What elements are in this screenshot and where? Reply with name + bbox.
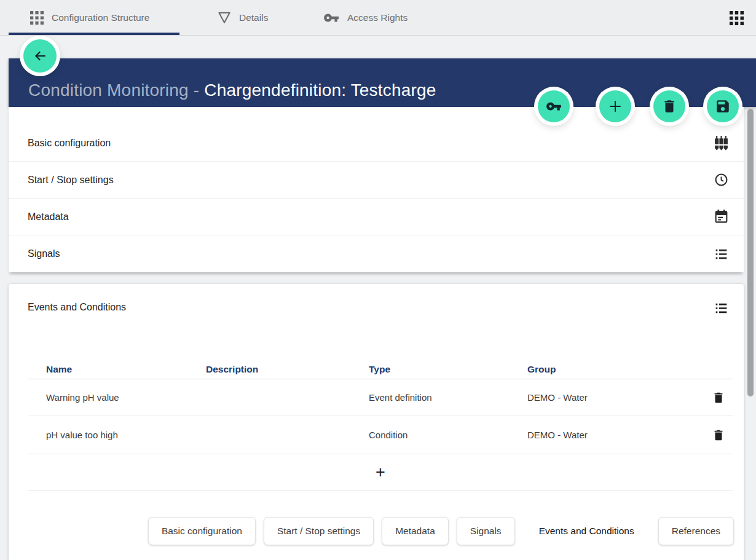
section-label: Basic configuration	[28, 138, 111, 149]
footer-button-signals[interactable]: Signals	[457, 517, 515, 545]
tab-access-rights[interactable]: Access Rights	[323, 0, 408, 35]
tab-label: Details	[239, 12, 268, 23]
vertical-scrollbar[interactable]	[747, 109, 754, 396]
table-row[interactable]: pH value too high Condition DEMO - Water	[28, 416, 733, 454]
cell-type: Event definition	[369, 392, 527, 403]
footer-button-events-and-conditions[interactable]: Events and Conditions	[523, 517, 650, 545]
save-button[interactable]	[707, 90, 739, 122]
page-title-object: Chargendefinition: Testcharge	[204, 81, 436, 100]
events-table: Name Description Type Group Warning pH v…	[28, 360, 733, 491]
grid-icon	[30, 11, 44, 25]
section-label: Signals	[28, 248, 60, 259]
footer-button-start-stop-settings[interactable]: Start / Stop settings	[264, 517, 374, 545]
section-basic-configuration[interactable]: Basic configuration	[9, 125, 744, 162]
add-row-button[interactable]: +	[28, 454, 733, 491]
section-metadata[interactable]: Metadata	[9, 199, 744, 235]
key-icon	[323, 10, 339, 26]
back-button[interactable]	[23, 39, 57, 73]
configuration-sections-card: Basic configuration Start / Stop setting…	[9, 107, 744, 272]
page-header: Condition Monitoring - Chargendefinition…	[9, 58, 756, 107]
section-nav-footer: Basic configuration Start / Stop setting…	[148, 517, 734, 545]
tab-configuration-structure[interactable]: Configuration Structure	[30, 0, 149, 35]
access-rights-button[interactable]	[538, 90, 570, 122]
row-delete-button[interactable]	[709, 388, 728, 407]
active-tab-underline	[9, 33, 179, 35]
events-table-header: Name Description Type Group	[28, 360, 733, 379]
section-signals[interactable]: Signals	[9, 235, 744, 272]
footer-button-metadata[interactable]: Metadata	[382, 517, 449, 545]
column-header-name: Name	[46, 364, 206, 375]
cell-type: Condition	[369, 430, 527, 440]
calendar-icon	[714, 210, 729, 224]
row-delete-button[interactable]	[709, 426, 728, 444]
column-header-description: Description	[206, 364, 369, 375]
cell-name: Warning pH value	[46, 392, 206, 403]
events-and-conditions-card: Events and Conditions Name Description T…	[9, 284, 744, 560]
filter-icon	[218, 12, 231, 24]
tab-details[interactable]: Details	[218, 0, 268, 35]
section-label: Metadata	[28, 211, 69, 223]
apps-grid-icon[interactable]	[730, 11, 744, 25]
page-title-context: Condition Monitoring	[28, 81, 189, 100]
trash-icon	[661, 98, 677, 114]
trash-icon	[712, 391, 725, 404]
cell-group: DEMO - Water	[527, 392, 704, 403]
sliders-icon	[714, 136, 729, 151]
top-tab-bar: Configuration Structure Details Access R…	[0, 0, 756, 36]
delete-button[interactable]	[653, 90, 685, 122]
page-title: Condition Monitoring - Chargendefinition…	[28, 81, 436, 100]
footer-button-basic-configuration[interactable]: Basic configuration	[148, 517, 256, 545]
list-icon	[714, 247, 729, 261]
plus-icon: +	[376, 464, 385, 481]
cell-group: DEMO - Water	[527, 430, 704, 440]
arrow-left-icon	[32, 48, 48, 64]
add-button[interactable]	[599, 90, 631, 122]
column-header-type: Type	[369, 364, 527, 375]
events-section-title: Events and Conditions	[28, 302, 126, 313]
cell-name: pH value too high	[46, 430, 206, 440]
tab-label: Access Rights	[347, 12, 408, 23]
table-row[interactable]: Warning pH value Event definition DEMO -…	[28, 379, 733, 416]
clock-icon	[714, 172, 729, 187]
save-icon	[715, 98, 731, 114]
plus-icon	[607, 98, 624, 115]
page-title-separator: -	[189, 81, 204, 100]
tab-label: Configuration Structure	[52, 12, 149, 23]
section-start-stop-settings[interactable]: Start / Stop settings	[9, 162, 744, 199]
key-icon	[546, 98, 562, 114]
list-icon	[714, 301, 729, 315]
column-header-group: Group	[527, 364, 704, 375]
section-label: Start / Stop settings	[28, 175, 114, 186]
footer-button-references[interactable]: References	[658, 517, 734, 545]
trash-icon	[712, 428, 725, 442]
